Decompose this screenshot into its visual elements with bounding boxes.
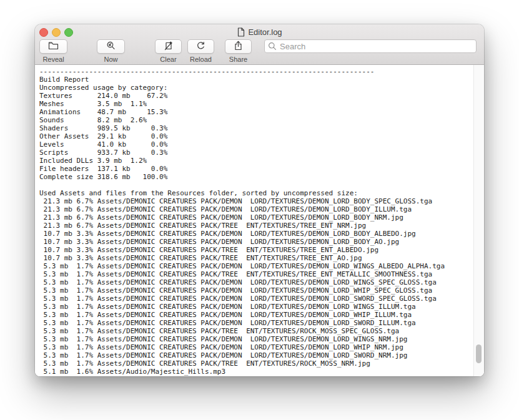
clear-label: Clear: [160, 56, 176, 63]
clear-button[interactable]: [155, 39, 182, 54]
now-button[interactable]: [97, 39, 125, 54]
tool-now: Now: [97, 39, 125, 63]
console-window: Editor.log Reveal: [35, 24, 484, 376]
window-title: Editor.log: [248, 27, 282, 37]
tool-share: Share: [225, 39, 252, 63]
share-icon: [234, 41, 243, 52]
titlebar: Editor.log: [35, 26, 484, 37]
reload-label: Reload: [190, 56, 212, 63]
reload-icon: [196, 41, 205, 52]
scroll-to-now-icon: [106, 41, 116, 52]
scrollbar-thumb[interactable]: [476, 344, 482, 363]
desktop: { "window": { "title": "Editor.log" }, "…: [0, 0, 519, 420]
window-header: Editor.log Reveal: [35, 24, 484, 65]
log-text: ----------------------------------------…: [35, 65, 484, 376]
document-icon: [237, 27, 245, 37]
tool-clear: Clear: [155, 39, 182, 63]
reload-button[interactable]: [187, 39, 214, 54]
reveal-button[interactable]: [39, 39, 67, 54]
log-content-area[interactable]: ----------------------------------------…: [35, 65, 484, 376]
reveal-label: Reveal: [42, 56, 64, 63]
clear-icon: [164, 41, 174, 52]
search-field-wrap: [264, 39, 477, 53]
vertical-scrollbar[interactable]: [473, 65, 484, 376]
share-label: Share: [229, 56, 247, 63]
now-label: Now: [104, 56, 117, 63]
share-button[interactable]: [225, 39, 252, 54]
search-input[interactable]: [264, 39, 477, 53]
tool-reveal: Reveal: [39, 39, 67, 63]
folder-icon: [48, 41, 59, 52]
tool-reload: Reload: [187, 39, 214, 63]
